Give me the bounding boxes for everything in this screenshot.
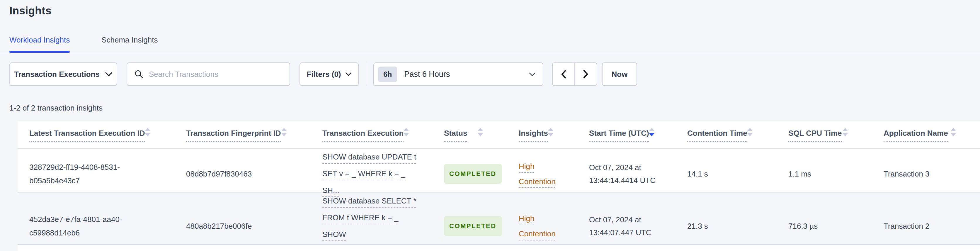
- cell-start-time: Oct 07, 2024 at 13:44:07.447 UTC: [578, 213, 676, 239]
- column-header-status[interactable]: Status: [432, 128, 507, 148]
- sort-icon: [951, 128, 956, 136]
- now-button[interactable]: Now: [602, 62, 637, 86]
- time-next-button[interactable]: [574, 62, 597, 86]
- execution-type-label: Transaction Executions: [14, 70, 100, 79]
- column-header-sql-cpu-time[interactable]: SQL CPU Time: [776, 128, 872, 148]
- chevron-left-icon: [561, 69, 566, 79]
- filters-dropdown[interactable]: Filters (0): [299, 62, 359, 86]
- tab-bar: Workload Insights Schema Insights: [0, 17, 980, 52]
- sort-icon: [478, 128, 483, 136]
- chevron-down-icon: [529, 72, 536, 77]
- time-prev-button[interactable]: [552, 62, 575, 86]
- column-header-transaction-execution[interactable]: Transaction Execution: [311, 128, 432, 148]
- status-badge: COMPLETED: [444, 164, 502, 184]
- column-header-start-time[interactable]: Start Time (UTC): [578, 128, 676, 148]
- sort-icon-active-desc: [649, 128, 654, 136]
- column-header-contention-time[interactable]: Contention Time: [676, 128, 776, 148]
- chevron-down-icon: [105, 72, 113, 77]
- time-nav-group: [552, 62, 597, 86]
- search-box[interactable]: [127, 62, 290, 86]
- sort-icon: [404, 128, 409, 136]
- cell-application-name: Transaction 2: [872, 220, 980, 232]
- column-header-fingerprint-id[interactable]: Transaction Fingerprint ID: [174, 128, 311, 148]
- now-button-label: Now: [612, 70, 628, 79]
- time-range-badge: 6h: [378, 67, 397, 82]
- toolbar: Transaction Executions Filters (0) 6h Pa…: [10, 62, 970, 86]
- insight-high-contention-link[interactable]: High Contention: [519, 214, 556, 238]
- cell-execution-id: 452da3e7-e7fa-4801-aa40-c59988d14eb6: [18, 213, 174, 240]
- table-row: 328729d2-ff19-4408-8531-b05a5b4e43c7 08d…: [18, 149, 980, 193]
- search-input[interactable]: [149, 70, 283, 79]
- column-header-insights[interactable]: Insights: [507, 128, 578, 148]
- transaction-execution-link[interactable]: SHOW database SELECT * FROM t WHERE k = …: [322, 197, 416, 251]
- time-range-label: Past 6 Hours: [404, 70, 522, 79]
- insight-high-contention-link[interactable]: High Contention: [519, 162, 556, 186]
- status-badge: COMPLETED: [444, 216, 502, 236]
- column-header-latest-execution-id[interactable]: Latest Transaction Execution ID: [18, 128, 174, 148]
- column-header-application-name[interactable]: Application Name: [872, 128, 980, 148]
- transaction-execution-link[interactable]: SHOW database UPDATE t SET v = _ WHERE k…: [322, 152, 416, 195]
- search-icon: [134, 69, 143, 79]
- chevron-right-icon: [583, 69, 589, 79]
- insights-table-card: Latest Transaction Execution ID Transact…: [18, 121, 980, 251]
- page-title: Insights: [10, 5, 980, 17]
- filters-label: Filters (0): [307, 70, 341, 79]
- cell-contention-time: 14.1 s: [676, 168, 776, 180]
- cell-sql-cpu-time: 1.1 ms: [776, 168, 872, 180]
- sort-icon: [282, 128, 286, 136]
- time-range-picker[interactable]: 6h Past 6 Hours: [373, 62, 543, 86]
- cell-contention-time: 21.3 s: [676, 220, 776, 232]
- cell-fingerprint-id: 480a8b217be006fe: [174, 220, 311, 232]
- sort-icon: [843, 128, 848, 136]
- table-header-row: Latest Transaction Execution ID Transact…: [18, 121, 980, 149]
- sort-icon: [145, 128, 150, 136]
- execution-type-dropdown[interactable]: Transaction Executions: [10, 62, 117, 86]
- toolbar-divider: [366, 62, 366, 86]
- cell-application-name: Transaction 3: [872, 168, 980, 180]
- cell-sql-cpu-time: 716.3 µs: [776, 220, 872, 232]
- tab-workload-insights[interactable]: Workload Insights: [10, 35, 70, 51]
- sort-icon: [747, 128, 752, 136]
- results-count: 1-2 of 2 transaction insights: [10, 104, 980, 113]
- sort-icon: [548, 128, 553, 136]
- table-row: 452da3e7-e7fa-4801-aa40-c59988d14eb6 480…: [18, 193, 980, 245]
- tab-schema-insights[interactable]: Schema Insights: [102, 35, 158, 51]
- chevron-down-icon: [345, 72, 352, 76]
- cell-fingerprint-id: 08d8b7d97f830463: [174, 168, 311, 180]
- cell-execution-id: 328729d2-ff19-4408-8531-b05a5b4e43c7: [18, 160, 174, 187]
- cell-start-time: Oct 07, 2024 at 13:44:14.4414 UTC: [578, 161, 676, 187]
